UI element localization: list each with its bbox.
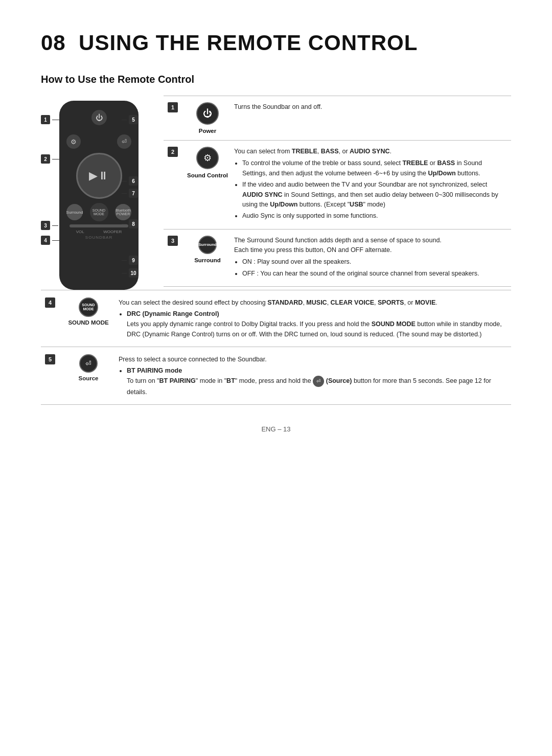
- icon-col-surround: Surround Surround: [187, 236, 228, 281]
- sound-mode-icon: SOUNDMODE: [79, 297, 98, 317]
- icon-col-sound-control: ⚙ Sound Control: [187, 147, 228, 223]
- remote-dpad: ▶⏸: [76, 153, 122, 199]
- sound-control-icon: ⚙: [196, 147, 219, 169]
- callout-5: 5: [122, 115, 138, 124]
- power-icon: ⏻: [196, 102, 219, 125]
- description-table: 1 ⏻ Power Turns the Soundbar on and off.…: [164, 96, 511, 290]
- desc-text-surround: The Surround Sound function adds depth a…: [234, 236, 507, 281]
- section-title: How to Use the Remote Control: [41, 74, 511, 85]
- page-title: 08 USING THE REMOTE CONTROL: [41, 31, 511, 55]
- desc-text-sound-mode: You can select the desired sound effect …: [119, 297, 507, 339]
- bottom-row-4: 4 SOUNDMODE SOUND MODE You can select th…: [41, 290, 511, 347]
- num-badge-2: 2: [168, 147, 178, 157]
- remote-source-icon: ⏎: [117, 134, 131, 149]
- callout-9: 9: [122, 256, 138, 265]
- callout-3: 3: [41, 221, 58, 230]
- surround-icon: Surround: [198, 236, 217, 254]
- remote-gear-btn: ⚙: [66, 134, 81, 149]
- callout-6: 6: [122, 176, 138, 186]
- footer: ENG – 13: [41, 425, 511, 433]
- num-badge-5: 5: [45, 354, 55, 364]
- callout-10: 10: [122, 268, 138, 278]
- remote-vol-row: VOL WOOFER: [66, 230, 131, 234]
- desc-text-sound-control: You can select from TREBLE, BASS, or AUD…: [234, 147, 507, 223]
- callout-4: 4: [41, 236, 59, 245]
- num-badge-3: 3: [168, 236, 178, 246]
- remote-soundbar-label: SOUNDBAR: [66, 235, 131, 240]
- icon-col-source: ⏎ Source: [65, 354, 111, 381]
- bottom-table: 4 SOUNDMODE SOUND MODE You can select th…: [41, 290, 511, 405]
- remote-sound-mode: SOUNDMODE: [90, 203, 108, 221]
- icon-col-sound-mode: SOUNDMODE SOUND MODE: [65, 297, 111, 326]
- source-label: Source: [79, 375, 99, 381]
- desc-row-1: 1 ⏻ Power Turns the Soundbar on and off.: [164, 96, 511, 141]
- desc-row-3: 3 Surround Surround The Surround Sound f…: [164, 230, 511, 287]
- desc-text-source: Press to select a source connected to th…: [119, 354, 507, 397]
- desc-text-power: Turns the Soundbar on and off.: [234, 102, 507, 134]
- remote-control-diagram: 1 2 3 4 ⏻: [41, 96, 164, 290]
- desc-row-2: 2 ⚙ Sound Control You can select from TR…: [164, 141, 511, 230]
- callout-7: 7: [122, 189, 138, 198]
- remote-surround-btn: Surround: [66, 204, 83, 220]
- remote-slider: [70, 224, 128, 227]
- remote-bt-btn: BluetoothPOWER: [115, 204, 131, 220]
- icon-col-power: ⏻ Power: [187, 102, 228, 134]
- remote-surround-row: Surround SOUNDMODE BluetoothPOWER: [66, 203, 131, 221]
- remote-mid-row: ⚙ ⏎: [66, 134, 131, 149]
- callout-8: 8: [122, 219, 138, 228]
- remote-power-btn: ⏻: [91, 110, 107, 125]
- inline-source-icon: ⏎: [313, 376, 324, 387]
- num-badge-1: 1: [168, 102, 178, 112]
- diagram-area: 1 2 3 4 ⏻: [41, 96, 511, 290]
- num-badge-4: 4: [45, 297, 55, 308]
- bottom-row-5: 5 ⏎ Source Press to select a source conn…: [41, 347, 511, 405]
- source-icon: ⏎: [79, 354, 98, 373]
